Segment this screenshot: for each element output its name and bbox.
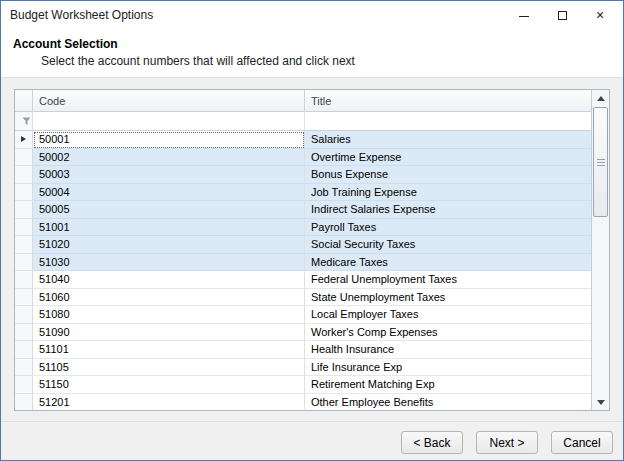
row-indicator[interactable]: [15, 184, 33, 202]
title-cell[interactable]: Job Training Expense: [305, 184, 591, 202]
column-header-title[interactable]: Title: [305, 90, 591, 111]
code-cell[interactable]: 51150: [33, 376, 305, 394]
code-cell[interactable]: 51201: [33, 394, 305, 411]
title-cell[interactable]: Bonus Expense: [305, 166, 591, 184]
code-cell[interactable]: 50005: [33, 201, 305, 219]
window-controls: ×: [505, 1, 623, 29]
table-row[interactable]: 50001 Salaries: [15, 131, 591, 149]
grid-main: Code Title 50001 Salaries: [15, 90, 591, 410]
filter-indicator-cell: [15, 112, 33, 130]
minimize-icon[interactable]: [505, 1, 543, 29]
grid-rows: 50001 Salaries 50002 Overtime Expense 50…: [15, 131, 591, 410]
code-cell[interactable]: 51060: [33, 289, 305, 307]
title-cell[interactable]: Medicare Taxes: [305, 254, 591, 272]
page-subtitle: Select the account numbers that will aff…: [41, 54, 623, 68]
code-cell[interactable]: 51080: [33, 306, 305, 324]
title-cell[interactable]: Worker's Comp Expenses: [305, 324, 591, 342]
row-indicator[interactable]: [15, 271, 33, 289]
code-cell[interactable]: 50002: [33, 149, 305, 167]
table-row[interactable]: 51090 Worker's Comp Expenses: [15, 324, 591, 342]
title-cell[interactable]: Overtime Expense: [305, 149, 591, 167]
row-indicator[interactable]: [15, 341, 33, 359]
row-indicator[interactable]: [15, 201, 33, 219]
row-indicator[interactable]: [15, 131, 33, 149]
code-cell[interactable]: 50004: [33, 184, 305, 202]
maximize-icon[interactable]: [543, 1, 581, 29]
code-cell[interactable]: 51030: [33, 254, 305, 272]
row-indicator[interactable]: [15, 376, 33, 394]
code-cell[interactable]: 51001: [33, 219, 305, 237]
row-indicator[interactable]: [15, 324, 33, 342]
header-indicator-cell: [15, 90, 33, 111]
table-row[interactable]: 51040 Federal Unemployment Taxes: [15, 271, 591, 289]
table-row[interactable]: 51101 Health Insurance: [15, 341, 591, 359]
code-cell[interactable]: 50003: [33, 166, 305, 184]
dialog-budget-worksheet-options: Budget Worksheet Options × Account Selec…: [0, 0, 624, 461]
title-cell[interactable]: Payroll Taxes: [305, 219, 591, 237]
filter-title-cell[interactable]: [305, 112, 591, 130]
footer-divider: [1, 421, 623, 422]
filter-code-cell[interactable]: [33, 112, 305, 130]
titlebar[interactable]: Budget Worksheet Options ×: [1, 1, 623, 29]
table-row[interactable]: 50005 Indirect Salaries Expense: [15, 201, 591, 219]
table-row[interactable]: 51201 Other Employee Benefits: [15, 394, 591, 411]
accounts-grid: Code Title 50001 Salaries: [14, 89, 610, 411]
table-row[interactable]: 50004 Job Training Expense: [15, 184, 591, 202]
scroll-up-icon[interactable]: [592, 90, 609, 106]
column-header-code[interactable]: Code: [33, 90, 305, 111]
back-button[interactable]: < Back: [401, 431, 463, 454]
title-cell[interactable]: Salaries: [305, 131, 591, 149]
row-indicator[interactable]: [15, 306, 33, 324]
code-cell[interactable]: 51105: [33, 359, 305, 377]
title-cell[interactable]: Social Security Taxes: [305, 236, 591, 254]
wizard-buttons: < Back Next > Cancel: [401, 431, 613, 454]
row-indicator[interactable]: [15, 219, 33, 237]
title-cell[interactable]: Retirement Matching Exp: [305, 376, 591, 394]
scrollbar-thumb[interactable]: [593, 107, 608, 217]
row-indicator[interactable]: [15, 289, 33, 307]
row-indicator[interactable]: [15, 254, 33, 272]
title-cell[interactable]: Other Employee Benefits: [305, 394, 591, 411]
current-row-arrow-icon: [21, 136, 26, 142]
auto-filter-row: [15, 112, 591, 131]
row-indicator[interactable]: [15, 149, 33, 167]
table-row[interactable]: 51150 Retirement Matching Exp: [15, 376, 591, 394]
row-indicator[interactable]: [15, 359, 33, 377]
title-cell[interactable]: Health Insurance: [305, 341, 591, 359]
code-cell[interactable]: 51020: [33, 236, 305, 254]
code-cell[interactable]: 51090: [33, 324, 305, 342]
wizard-header: Account Selection Select the account num…: [1, 29, 623, 78]
table-row[interactable]: 51105 Life Insurance Exp: [15, 359, 591, 377]
title-cell[interactable]: Local Employer Taxes: [305, 306, 591, 324]
table-row[interactable]: 51060 State Unemployment Taxes: [15, 289, 591, 307]
table-row[interactable]: 51080 Local Employer Taxes: [15, 306, 591, 324]
title-cell[interactable]: Federal Unemployment Taxes: [305, 271, 591, 289]
title-cell[interactable]: Indirect Salaries Expense: [305, 201, 591, 219]
grid-header-row: Code Title: [15, 90, 591, 112]
vertical-scrollbar[interactable]: [591, 90, 609, 410]
close-icon[interactable]: ×: [581, 1, 619, 29]
window-title: Budget Worksheet Options: [1, 8, 153, 22]
row-indicator[interactable]: [15, 166, 33, 184]
thumb-grip-icon: [597, 159, 605, 166]
row-indicator[interactable]: [15, 236, 33, 254]
cancel-button[interactable]: Cancel: [551, 431, 613, 454]
title-cell[interactable]: Life Insurance Exp: [305, 359, 591, 377]
title-cell[interactable]: State Unemployment Taxes: [305, 289, 591, 307]
table-row[interactable]: 51020 Social Security Taxes: [15, 236, 591, 254]
code-cell[interactable]: 51101: [33, 341, 305, 359]
filter-icon: [22, 117, 31, 126]
scrollbar-track[interactable]: [592, 106, 609, 394]
table-row[interactable]: 51030 Medicare Taxes: [15, 254, 591, 272]
page-title: Account Selection: [13, 37, 623, 51]
table-row[interactable]: 50003 Bonus Expense: [15, 166, 591, 184]
table-row[interactable]: 50002 Overtime Expense: [15, 149, 591, 167]
table-row[interactable]: 51001 Payroll Taxes: [15, 219, 591, 237]
scroll-down-icon[interactable]: [592, 394, 609, 410]
code-cell[interactable]: 50001: [33, 131, 305, 149]
next-button[interactable]: Next >: [476, 431, 538, 454]
code-cell[interactable]: 51040: [33, 271, 305, 289]
row-indicator[interactable]: [15, 394, 33, 411]
content-area: Code Title 50001 Salaries: [1, 78, 623, 460]
